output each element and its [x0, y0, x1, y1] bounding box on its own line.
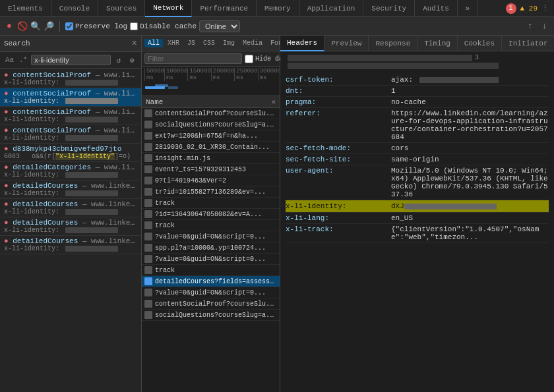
headers-panel: Headers Preview Response Timing Cookies …	[280, 36, 554, 392]
filter-button[interactable]: 🔍	[30, 21, 41, 32]
devtools-tab-bar: Elements Console Sources Network Perform…	[0, 0, 554, 17]
request-item[interactable]: spp.pl?a=10000&.yp=100724...	[142, 242, 280, 254]
regex-toggle-button[interactable]: .*	[18, 57, 28, 64]
tab-audits[interactable]: Audits	[415, 0, 458, 17]
tab-memory[interactable]: Memory	[257, 0, 299, 17]
tab-security[interactable]: Security	[363, 0, 415, 17]
record-button[interactable]: ●	[4, 21, 15, 32]
search-settings-button[interactable]: ⚙	[127, 55, 137, 65]
devtools-menu-icon[interactable]: ⋮	[541, 4, 549, 13]
request-item[interactable]: track	[142, 265, 280, 276]
preserve-log-label[interactable]: Preserve log	[65, 22, 127, 30]
request-icon	[144, 121, 152, 128]
clear-button[interactable]: 🚫	[17, 21, 28, 32]
search-results-list: ● contentSocialProof — www.linked... x-l…	[0, 69, 141, 392]
request-icon	[144, 132, 152, 140]
request-item-selected[interactable]: detailedCourses?fields=assess...	[142, 276, 280, 287]
request-icon	[144, 210, 152, 218]
disable-cache-label[interactable]: Disable cache	[130, 22, 197, 30]
header-row-referer: referer: https://www.linkedin.com/learni…	[286, 108, 549, 143]
request-item[interactable]: event?_ts=1579329312453	[142, 164, 280, 175]
search-result-item[interactable]: ● detailedCourses — www.linkedin... x-li…	[0, 236, 141, 254]
disable-cache-checkbox[interactable]	[130, 22, 138, 30]
tab-initiator[interactable]: Initiator	[502, 36, 554, 51]
headers-content: csrf-token: ajax: dnt: 1 pragma: no-cach…	[280, 72, 554, 392]
search-result-item[interactable]: ● detailedCategories — www.linke... x-li…	[0, 162, 141, 181]
devtools-window: Elements Console Sources Network Perform…	[0, 0, 554, 392]
header-row-user-agent: user-agent: Mozilla/5.0 (Windows NT 10.0…	[286, 165, 549, 200]
request-icon	[144, 154, 152, 162]
request-item[interactable]: insight.min.js	[142, 153, 280, 164]
export-button[interactable]: ↓	[539, 21, 550, 32]
filter-media[interactable]: Media	[239, 39, 266, 47]
search-result-item[interactable]: ● detailedCourses — www.linkedin... x-li…	[0, 217, 141, 236]
request-item[interactable]: ?value=0&guid=ON&script=0...	[142, 254, 280, 265]
throttle-select[interactable]: Online	[199, 20, 240, 32]
tab-console[interactable]: Console	[51, 0, 98, 17]
filter-js[interactable]: JS	[184, 39, 199, 47]
filter-img[interactable]: Img	[220, 39, 238, 47]
search-result-item-js[interactable]: ● d838mykp43cbmigvefed97jto 6083 o&&(r["…	[0, 144, 141, 162]
tab-preview[interactable]: Preview	[324, 36, 369, 51]
header-row-dnt: dnt: 1	[286, 86, 549, 97]
request-item[interactable]: ?value=0&guid=ON&script=0...	[142, 287, 280, 298]
tab-timing[interactable]: Timing	[417, 36, 458, 51]
request-icon	[144, 311, 152, 319]
header-row-x-li-track: x-li-track: {"clientVersion":"1.0.4507",…	[286, 224, 549, 243]
request-item[interactable]: ?value=0&guid=ON&script=0...	[142, 231, 280, 242]
request-icon	[144, 188, 152, 196]
import-button[interactable]: ↑	[525, 21, 536, 32]
tab-performance[interactable]: Performance	[192, 0, 257, 17]
search-result-item[interactable]: ● contentSocialProof — www.linked... x-l…	[0, 107, 141, 125]
aa-toggle-button[interactable]: Aa	[4, 56, 15, 64]
search-result-item[interactable]: ● detailedCourses — www.linkedin... x-li…	[0, 199, 141, 217]
tab-application[interactable]: Application	[299, 0, 364, 17]
request-item[interactable]: ?id=136430647058082&ev=A...	[142, 209, 280, 220]
request-item[interactable]: socialQuestions?courseSlug=a...	[142, 310, 280, 321]
detail-tabs: Headers Preview Response Timing Cookies …	[280, 36, 554, 51]
tab-cookies[interactable]: Cookies	[458, 36, 502, 51]
tab-headers[interactable]: Headers	[280, 36, 324, 51]
search-button[interactable]: 🔎	[44, 21, 54, 32]
search-refresh-button[interactable]: ↺	[113, 55, 124, 65]
filter-bar: Hide data URLs	[142, 51, 280, 67]
request-item[interactable]: track	[142, 198, 280, 209]
search-result-item-selected[interactable]: ● contentSocialProof — www.linked... x-l…	[0, 88, 141, 107]
search-result-item[interactable]: ● detailedCourses — www.linkedin... x-li…	[0, 181, 141, 199]
search-close-button[interactable]: ×	[132, 38, 137, 49]
tab-more[interactable]: »	[458, 0, 479, 17]
request-item[interactable]: contentSocialProof?courseSlu...	[142, 298, 280, 310]
request-item[interactable]: track	[142, 220, 280, 231]
request-item[interactable]: 2819036_02_01_XR30_Contain...	[142, 142, 280, 153]
request-item[interactable]: 0?ti=4019463&Ver=2	[142, 175, 280, 186]
filter-css[interactable]: CSS	[200, 39, 218, 47]
search-input[interactable]	[34, 56, 108, 64]
hide-data-urls-checkbox[interactable]	[245, 55, 253, 63]
search-bar: Aa .* ↺ ⚙	[0, 52, 141, 69]
warning-badge: ▲ 29	[520, 5, 538, 13]
filter-input[interactable]	[144, 53, 242, 64]
tab-sources[interactable]: Sources	[98, 0, 145, 17]
search-result-item[interactable]: ● contentSocialProof — www.linked... x-l…	[0, 70, 141, 88]
filter-all[interactable]: All	[144, 39, 163, 47]
request-icon	[144, 300, 152, 308]
tab-network[interactable]: Network	[145, 0, 192, 17]
header-row-csrf: csrf-token: ajax:	[286, 74, 549, 86]
search-result-item[interactable]: ● contentSocialProof — www.linked... x-l…	[0, 125, 141, 144]
timeline-mark: 250000 ms	[234, 68, 257, 81]
close-name-panel-icon[interactable]: ✕	[271, 98, 276, 106]
tab-response[interactable]: Response	[369, 36, 417, 51]
timeline-mark: 100000 ms	[164, 68, 187, 81]
request-icon	[144, 244, 152, 252]
tab-elements[interactable]: Elements	[0, 0, 51, 17]
request-item[interactable]: contentSocialProof?courseSlu...	[142, 108, 280, 119]
preserve-log-checkbox[interactable]	[65, 22, 73, 30]
filter-xhr[interactable]: XHR	[164, 39, 183, 47]
request-item[interactable]: tr?id=101558277136289&ev=...	[142, 186, 280, 198]
request-icon	[144, 255, 152, 263]
search-panel: Search × Aa .* ↺ ⚙ ● contentSocialProof …	[0, 36, 142, 392]
request-item[interactable]: ext?w=1200&h=675&f=n&ha...	[142, 130, 280, 142]
header-row-sec-fetch-mode: sec-fetch-mode: cors	[286, 143, 549, 154]
timeline-mark: 150000 ms	[187, 68, 210, 81]
request-item[interactable]: socialQuestions?courseSlug=a...	[142, 119, 280, 130]
